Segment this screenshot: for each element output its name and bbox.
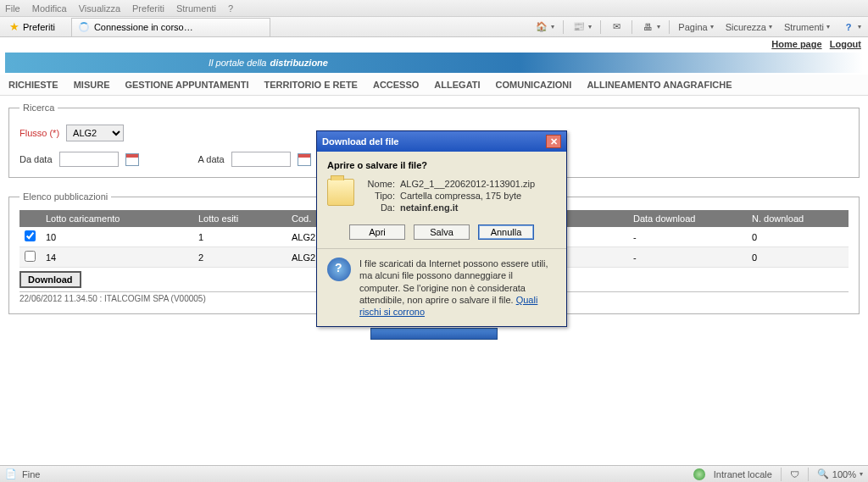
- calendar-icon[interactable]: [298, 153, 311, 166]
- pmenu-territorio[interactable]: TERRITORIO E RETE: [264, 80, 358, 90]
- da-data-input[interactable]: [59, 152, 119, 167]
- compressed-folder-icon: [327, 179, 354, 206]
- da-data-label: Da data: [19, 154, 53, 164]
- dialog-titlebar[interactable]: Download del file ✕: [317, 131, 566, 152]
- calendar-icon[interactable]: [125, 153, 139, 166]
- logout-link[interactable]: Logout: [830, 39, 861, 49]
- security-zone: Intranet locale: [714, 469, 772, 479]
- pmenu-richieste[interactable]: RICHIESTE: [8, 80, 58, 90]
- home-icon: 🏠: [535, 20, 548, 34]
- ie-tab-row: ★ Preferiti Connessione in corso… 🏠▾ 📰▾ …: [0, 17, 868, 37]
- menu-modifica[interactable]: Modifica: [32, 3, 67, 14]
- feeds-button[interactable]: 📰▾: [569, 20, 595, 34]
- mail-button[interactable]: ✉: [606, 20, 626, 34]
- zoom-icon: 🔍: [817, 468, 829, 479]
- print-button[interactable]: 🖶▾: [637, 20, 664, 34]
- menu-help[interactable]: ?: [228, 3, 233, 14]
- security-menu[interactable]: Sicurezza ▾: [722, 22, 776, 32]
- home-button[interactable]: 🏠▾: [531, 20, 558, 34]
- ie-status-bar: 📄 Fine Intranet locale 🛡 🔍 100% ▾: [0, 465, 868, 482]
- row-checkbox[interactable]: [25, 251, 36, 262]
- rss-icon: 📰: [572, 20, 586, 34]
- progress-bar: [370, 328, 498, 340]
- print-icon: 🖶: [641, 20, 654, 34]
- loading-spinner-icon: [79, 22, 89, 32]
- pubs-legend: Elenco pubblicazioni: [19, 191, 111, 202]
- help-icon: ?: [842, 20, 855, 34]
- shield-icon: [327, 258, 351, 281]
- mail-icon: ✉: [609, 20, 623, 34]
- from-key: Da:: [363, 202, 395, 213]
- pmenu-comunicazioni[interactable]: COMUNICAZIONI: [496, 80, 572, 90]
- from-value: netainf.eng.it: [400, 202, 535, 213]
- page-icon: 📄: [5, 468, 17, 479]
- page-menu[interactable]: Pagina ▾: [675, 22, 716, 32]
- ie-menu-bar: File Modifica Visualizza Preferiti Strum…: [0, 0, 868, 17]
- row-checkbox[interactable]: [25, 230, 36, 241]
- dialog-question: Aprire o salvare il file?: [327, 160, 556, 170]
- zoom-value: 100%: [832, 469, 856, 479]
- globe-icon: [693, 468, 705, 480]
- help-button[interactable]: ?▾: [838, 20, 865, 34]
- status-text: Fine: [22, 469, 40, 479]
- close-button[interactable]: ✕: [546, 135, 561, 148]
- flusso-select[interactable]: ALG2: [66, 125, 124, 141]
- download-file-dialog: Download del file ✕ Aprire o salvare il …: [316, 130, 567, 327]
- home-link[interactable]: Home page: [771, 39, 821, 49]
- pmenu-accesso[interactable]: ACCESSO: [373, 80, 419, 90]
- pmenu-gestione-appuntamenti[interactable]: GESTIONE APPUNTAMENTI: [125, 80, 248, 90]
- portal-menu: RICHIESTE MISURE GESTIONE APPUNTAMENTI T…: [0, 75, 868, 96]
- tools-menu[interactable]: Strumenti ▾: [781, 22, 833, 32]
- a-data-label: A data: [198, 154, 225, 164]
- menu-file[interactable]: File: [5, 3, 20, 14]
- search-legend: Ricerca: [19, 102, 58, 113]
- open-button[interactable]: Apri: [349, 224, 405, 240]
- menu-visualizza[interactable]: Visualizza: [79, 3, 120, 14]
- col-data-download: Data download: [628, 210, 747, 227]
- tab-title: Connessione in corso…: [94, 22, 193, 32]
- menu-strumenti[interactable]: Strumenti: [176, 3, 216, 14]
- a-data-input[interactable]: [231, 152, 291, 167]
- pmenu-allegati[interactable]: ALLEGATI: [434, 80, 480, 90]
- col-lotto-caricamento: Lotto caricamento: [41, 210, 193, 227]
- type-key: Tipo:: [363, 191, 395, 201]
- pmenu-allineamento[interactable]: ALLINEAMENTO ANAGRAFICHE: [587, 80, 732, 90]
- banner-strong: distribuzione: [270, 58, 328, 68]
- portal-banner: Il portale della distribuzione: [5, 53, 863, 73]
- star-icon: ★: [9, 20, 19, 33]
- protected-mode-icon: 🛡: [790, 469, 799, 479]
- warning-text: I file scaricati da Internet possono ess…: [359, 258, 556, 318]
- name-value: ALG2_1__22062012-113901.zip: [400, 179, 535, 189]
- name-key: Nome:: [363, 179, 395, 189]
- save-button[interactable]: Salva: [414, 224, 470, 240]
- flusso-label: Flusso (*): [19, 128, 59, 138]
- cancel-button[interactable]: Annulla: [478, 224, 534, 240]
- menu-preferiti[interactable]: Preferiti: [132, 3, 164, 14]
- banner-pre: Il portale della: [209, 58, 267, 68]
- pmenu-misure[interactable]: MISURE: [74, 80, 110, 90]
- browser-tab[interactable]: Connessione in corso…: [71, 18, 270, 36]
- col-lotto-esiti: Lotto esiti: [193, 210, 287, 227]
- type-value: Cartella compressa, 175 byte: [400, 191, 535, 201]
- favorites-button[interactable]: ★ Preferiti: [3, 18, 61, 36]
- favorites-label: Preferiti: [23, 22, 55, 32]
- top-links: Home page Logout: [0, 37, 868, 49]
- col-n-download: N. download: [747, 210, 849, 227]
- zoom-control[interactable]: 🔍 100% ▾: [817, 468, 863, 479]
- dialog-title-text: Download del file: [322, 136, 398, 147]
- download-button[interactable]: Download: [19, 271, 81, 288]
